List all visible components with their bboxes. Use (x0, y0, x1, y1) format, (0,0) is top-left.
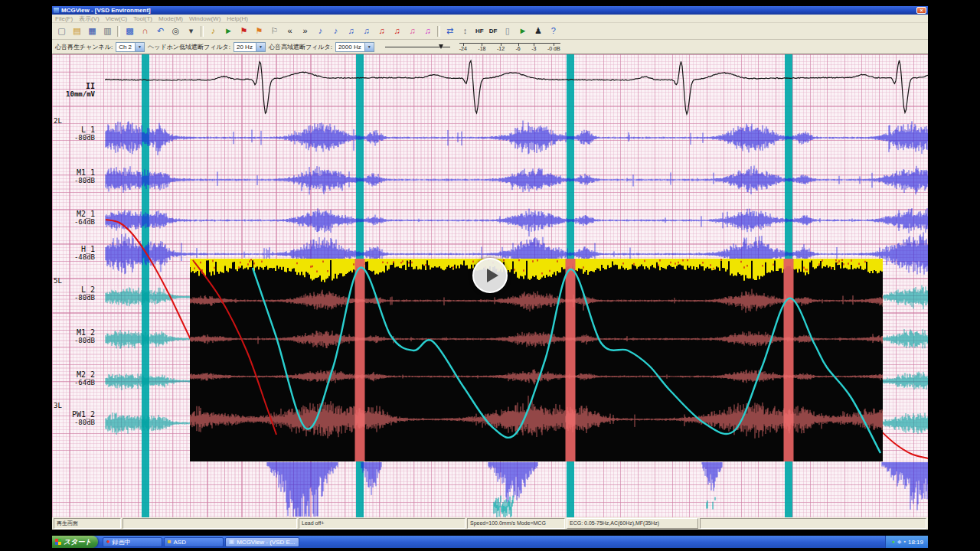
user-icon[interactable]: ♟ (531, 24, 545, 38)
status-spacer (122, 518, 297, 529)
hf-button[interactable]: HF (473, 24, 486, 38)
chevron-down-icon[interactable]: ▼ (256, 43, 265, 51)
note-up-icon[interactable]: ♪ (328, 24, 343, 38)
window-title: MCGView - [VSD Environment] (61, 7, 151, 14)
menu-item[interactable]: 表示(V) (79, 15, 100, 23)
windows-flag-icon (55, 539, 61, 545)
toolbar-separator (201, 26, 204, 37)
swap-icon[interactable]: ⇄ (443, 24, 457, 38)
undo-icon[interactable]: ↶ (153, 24, 168, 38)
playback-channel-select[interactable]: Ch 2 ▼ (116, 42, 145, 52)
channel-name: L_1 (54, 126, 95, 134)
playback-channel-label: 心音再生チャンネル: (55, 43, 113, 51)
channel-group-label: 2L (54, 117, 95, 126)
screen: MCGView - [VSD Environment] × File(F)表示(… (0, 0, 980, 551)
high-cut-filter-value: 2000 Hz (338, 44, 361, 51)
notes-blue-alt-icon[interactable]: ♫ (359, 24, 374, 38)
status-empty (700, 518, 926, 529)
menu-item[interactable]: Help(H) (227, 15, 248, 22)
play-tool-icon[interactable]: ► (515, 24, 530, 38)
run-icon[interactable]: ► (221, 24, 236, 38)
app-window: MCGView - [VSD Environment] × File(F)表示(… (52, 6, 928, 530)
channel-gain: -80dB (54, 134, 95, 142)
channel-name: PW1_2 (54, 410, 95, 419)
ruler-icon[interactable]: ▯ (500, 24, 514, 38)
flag-white-icon[interactable]: ⚐ (267, 24, 282, 38)
app-icon (54, 8, 59, 13)
channel-gain: -48dB (54, 253, 95, 261)
task-label: 録画中 (112, 538, 130, 546)
channel-label-L_2: 5LL_2-80dB (54, 277, 95, 302)
notes-red-icon[interactable]: ♫ (374, 24, 389, 38)
zoom-icon[interactable]: ◎ (168, 24, 183, 38)
marker-icon[interactable]: ∩ (138, 24, 152, 38)
channel-name: II (54, 82, 95, 90)
chevron-down-icon[interactable]: ▼ (135, 43, 144, 51)
play-icon (487, 269, 498, 282)
taskbar: スタート ●録画中■ASD▣MCGView - (VSD E... ●◆▪ 18… (52, 536, 928, 548)
df-button[interactable]: DF (487, 24, 500, 38)
tray-icon-green[interactable]: ● (892, 539, 895, 545)
title-bar[interactable]: MCGView - [VSD Environment] × (52, 6, 928, 15)
video-play-button[interactable] (472, 258, 508, 293)
menu-item[interactable]: Window(W) (189, 15, 220, 22)
taskbar-task[interactable]: ●録画中 (103, 537, 162, 547)
menu-item[interactable]: Mode(M) (158, 15, 183, 22)
grid-view-icon[interactable]: ▩ (122, 24, 137, 38)
flag-red-icon[interactable]: ⚑ (237, 24, 251, 38)
db-tick: -18 (478, 44, 485, 51)
chart-area[interactable]: II10mm/mV2LL_1-80dBM1_1-80dBM2_1-64dBH_1… (52, 54, 928, 517)
zoom-dropdown-icon[interactable]: ▾ (184, 24, 198, 38)
skip-forward-icon[interactable]: » (298, 24, 312, 38)
help-icon[interactable]: ? (546, 24, 560, 38)
channel-gain: -80dB (54, 337, 95, 344)
open-folder-icon[interactable]: ▤ (70, 24, 84, 38)
channel-label-PW1_2: 3LPW1_2-80dB (54, 402, 95, 426)
low-cut-filter-select[interactable]: 20 Hz ▼ (234, 42, 266, 52)
notes-magenta-icon[interactable]: ♫ (420, 24, 435, 38)
updown-icon[interactable]: ↕ (458, 24, 472, 38)
channel-label-L_1: 2LL_1-80dB (54, 117, 95, 142)
high-cut-filter-select[interactable]: 2000 Hz ▼ (335, 42, 374, 52)
channel-name: L_2 (54, 285, 95, 294)
channel-name: M1_2 (54, 328, 95, 337)
chevron-down-icon[interactable]: ▼ (364, 43, 374, 51)
sound-icon[interactable]: ♪ (206, 24, 220, 38)
taskbar-task[interactable]: ■ASD (164, 537, 224, 547)
channel-name: M2_1 (54, 210, 95, 218)
notes-blue-icon[interactable]: ♫ (344, 24, 358, 38)
status-speed: Speed=100.0mm/s Mode=MCG (467, 518, 565, 529)
channel-group-label: 5L (54, 277, 95, 285)
channel-gain: -64dB (54, 379, 95, 386)
print-icon[interactable]: ▥ (100, 24, 115, 38)
notes-red-alt-icon[interactable]: ♫ (390, 24, 404, 38)
status-ecg-filter: ECG: 0.05-75Hz,AC(60Hz),MF(35Hz) (567, 518, 698, 529)
menu-item[interactable]: Tool(T) (133, 15, 152, 22)
slider-thumb[interactable] (439, 44, 443, 49)
menu-item[interactable]: File(F) (55, 15, 73, 22)
tray-icon-blue[interactable]: ◆ (897, 539, 901, 545)
db-tick: -6 (516, 44, 521, 51)
close-button[interactable]: × (916, 7, 926, 14)
skip-back-icon[interactable]: « (283, 24, 297, 38)
note-down-icon[interactable]: ♪ (313, 24, 328, 38)
task-icon: ■ (168, 539, 172, 545)
notes-pink-icon[interactable]: ♫ (405, 24, 420, 38)
status-mode: 再生画面 (54, 518, 121, 529)
toolbar-separator (437, 26, 440, 37)
volume-slider[interactable] (385, 43, 450, 51)
menu-item[interactable]: View(C) (106, 15, 127, 22)
flag-orange-icon[interactable]: ⚑ (252, 24, 266, 38)
tray-icon-white[interactable]: ▪ (903, 539, 905, 545)
channel-name: H_1 (54, 245, 95, 253)
video-overlay[interactable] (190, 259, 883, 461)
low-cut-filter-label: ヘッドホン低域遮断フィルタ: (148, 43, 230, 51)
channel-label-M2_1: M2_1-64dB (54, 210, 95, 226)
status-bar: 再生画面 Lead off+ Speed=100.0mm/s Mode=MCG … (52, 517, 928, 530)
task-buttons: ●録画中■ASD▣MCGView - (VSD E... (103, 537, 299, 547)
new-doc-icon[interactable]: ▢ (54, 24, 69, 38)
taskbar-task[interactable]: ▣MCGView - (VSD E... (225, 537, 299, 547)
db-tick: -3 (531, 44, 536, 51)
start-button[interactable]: スタート (52, 536, 98, 548)
save-icon[interactable]: ▦ (85, 24, 100, 38)
